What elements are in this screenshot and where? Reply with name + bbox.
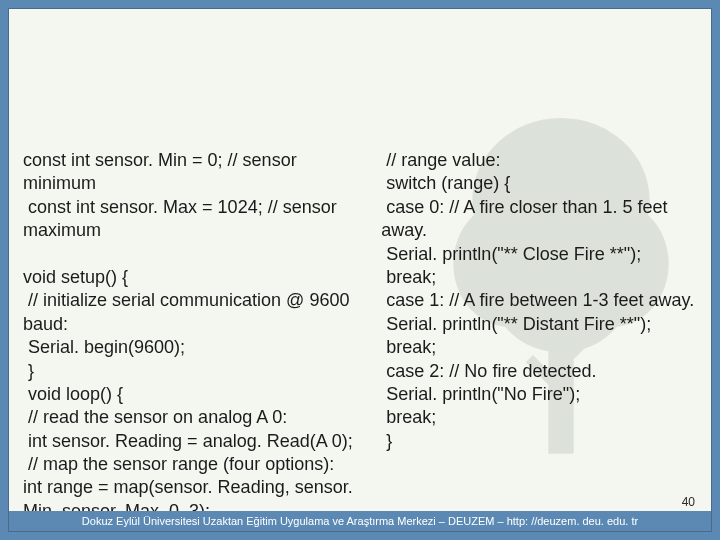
code-columns: const int sensor. Min = 0; // sensor min… [23,149,697,501]
right-code-block: // range value: switch (range) { case 0:… [381,149,697,501]
content-area: const int sensor. Min = 0; // sensor min… [8,8,712,532]
page-number: 40 [682,495,695,509]
left-code-block: const int sensor. Min = 0; // sensor min… [23,149,355,501]
slide: const int sensor. Min = 0; // sensor min… [0,0,720,540]
footer-bar: Dokuz Eylül Üniversitesi Uzaktan Eğitim … [9,511,711,531]
footer-text: Dokuz Eylül Üniversitesi Uzaktan Eğitim … [82,515,638,527]
